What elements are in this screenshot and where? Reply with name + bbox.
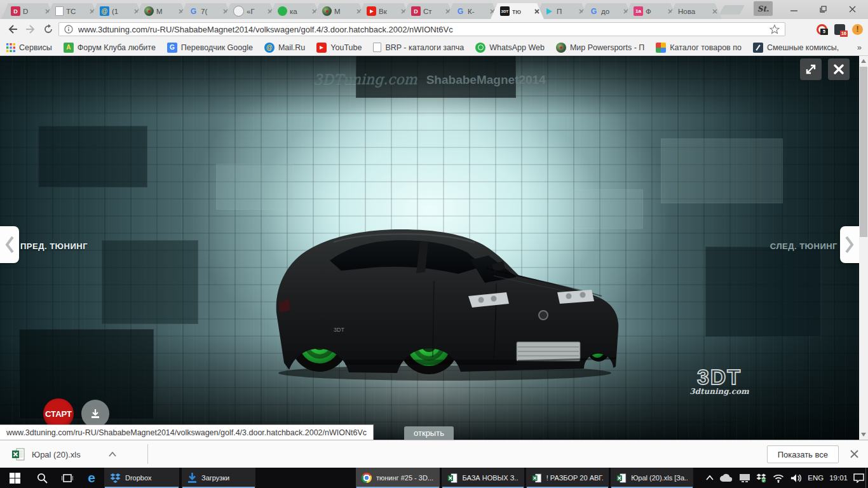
bookmark-catalog[interactable]: Каталог товаров по — [656, 43, 742, 53]
excel-file-icon — [11, 447, 25, 461]
bookmark-whatsapp[interactable]: WhatsApp Web — [475, 43, 545, 53]
show-desktop-button[interactable] — [865, 468, 868, 488]
show-all-downloads-button[interactable]: Показать все — [767, 445, 839, 463]
bookmark-services[interactable]: Сервисы — [6, 43, 52, 52]
task-view-button[interactable] — [55, 468, 80, 488]
reload-button[interactable] — [41, 22, 56, 37]
prev-tuning-label[interactable]: ПРЕД. ТЮНИНГ — [20, 241, 88, 251]
tab-9[interactable]: Вк — [357, 3, 410, 19]
bookmark-comics[interactable]: Смешные комиксы, — [753, 43, 839, 53]
new-tab-button[interactable] — [719, 5, 745, 15]
bookmarks-overflow-chevron[interactable]: » — [857, 43, 862, 52]
bookmark-powersports[interactable]: Мир Powersports - П — [556, 43, 644, 53]
taskbar-excel-window-2[interactable]: ! РАЗБОР 20 АВГ... — [526, 468, 609, 488]
display-icon[interactable] — [739, 473, 750, 482]
next-tuning-label[interactable]: СЛЕД. ТЮНИНГ — [770, 241, 837, 251]
tab-7[interactable]: ка — [268, 3, 322, 19]
tab-2[interactable]: ТС — [46, 3, 99, 19]
taskbar-downloads-button[interactable]: Загрузки — [182, 468, 255, 488]
scroll-up-arrow[interactable] — [861, 59, 866, 63]
bookmark-label: Смешные комиксы, — [767, 43, 839, 52]
edge-button[interactable]: e — [80, 468, 103, 488]
mailru-icon: @ — [264, 43, 275, 53]
bookmark-label: BRP - каталоги запча — [385, 43, 464, 52]
scroll-down-arrow[interactable] — [861, 433, 866, 437]
tab-label: 7( — [201, 8, 220, 15]
back-button[interactable] — [5, 22, 20, 37]
tab-close-icon[interactable] — [712, 8, 718, 15]
window-minimize-button[interactable] — [779, 0, 808, 18]
taskbar-excel-window-1[interactable]: БАЗА НОВЫХ З... — [442, 468, 524, 488]
adblock-extension-icon[interactable]: 16 — [834, 24, 845, 35]
clock[interactable]: 19:01 — [829, 474, 848, 482]
extension-badge: 16 — [840, 30, 848, 37]
green-app-favicon — [278, 6, 287, 16]
close-viewer-button[interactable] — [828, 58, 850, 80]
bookmark-youtube[interactable]: YouTube — [316, 43, 362, 53]
tab-label: Ф — [646, 8, 665, 15]
tab-10[interactable]: D Ст — [402, 3, 455, 19]
taskbar-window-label: тюнинг #25 - 3D... — [376, 474, 433, 482]
scrollbar-thumb[interactable] — [860, 67, 867, 237]
dropbox-icon — [110, 473, 121, 483]
window-maximize-button[interactable] — [808, 0, 837, 18]
tab-14[interactable]: G до — [580, 3, 633, 19]
language-indicator[interactable]: ENG — [808, 474, 824, 482]
bookmark-forum[interactable]: A Форум Клуба любите — [64, 43, 156, 53]
tab-5[interactable]: G 7( — [179, 3, 233, 19]
taskbar-excel-window-3[interactable]: Юpal (20).xls [За... — [611, 468, 693, 488]
hidden-icons-chevron[interactable] — [706, 475, 714, 480]
tab-11[interactable]: G К- — [446, 3, 499, 19]
tab-3[interactable]: @ (1 — [90, 3, 144, 19]
tab-8[interactable]: М — [313, 3, 366, 19]
tab-6[interactable]: «Г — [224, 3, 277, 19]
volume-icon[interactable] — [790, 473, 802, 483]
globe-favicon — [144, 6, 154, 16]
page-favicon — [55, 6, 64, 16]
file-menu-chevron-up-icon[interactable] — [109, 452, 116, 457]
taskbar-window-label: Юpal (20).xls [За... — [631, 474, 688, 482]
wifi-icon[interactable] — [772, 473, 785, 483]
next-tuning-button[interactable] — [840, 226, 859, 263]
tab-4[interactable]: М — [135, 3, 188, 19]
tab-label: «Г — [247, 8, 264, 15]
bookmark-mailru[interactable]: @ Mail.Ru — [264, 43, 305, 53]
opera-extension-icon[interactable]: 5 — [817, 24, 827, 35]
downloads-bar-close-icon[interactable] — [849, 449, 859, 459]
address-bar[interactable]: www.3dtuning.com/ru-RU/ShababeMagnet2014… — [58, 22, 785, 36]
edge-icon: e — [88, 470, 95, 485]
page-info-icon[interactable] — [64, 25, 73, 34]
3dt-favicon: 3DT — [500, 6, 510, 16]
window-close-button[interactable] — [837, 0, 867, 18]
downloads-bar: Юpal (20).xls Показать все — [0, 440, 868, 468]
open-button[interactable]: открыть — [404, 426, 454, 440]
tab-16-new[interactable]: Нова — [668, 3, 722, 19]
fullscreen-button[interactable] — [800, 58, 822, 80]
downloaded-file-item[interactable]: Юpal (20).xls — [11, 445, 116, 464]
forward-button[interactable] — [23, 22, 38, 37]
excel-icon — [447, 473, 458, 484]
taskbar-dropbox-button[interactable]: Dropbox — [104, 468, 179, 488]
tab-13[interactable]: П — [535, 3, 588, 19]
taskbar-search-button[interactable] — [29, 468, 55, 488]
prev-tuning-button[interactable] — [0, 226, 19, 263]
downloaded-file-name: Юpal (20).xls — [32, 450, 81, 459]
svg-text:3dtuning.com: 3dtuning.com — [689, 387, 749, 396]
globe-icon — [556, 43, 566, 53]
onedrive-cloud-icon[interactable] — [719, 473, 733, 482]
start-button[interactable] — [0, 468, 29, 488]
tab-1[interactable]: D D — [1, 3, 55, 19]
chrome-menu-update-icon[interactable]: ! — [852, 24, 863, 35]
tab-15[interactable]: 1а Ф — [624, 3, 677, 19]
page-scrollbar[interactable] — [859, 56, 868, 440]
download-image-button[interactable] — [81, 400, 109, 428]
dropbox-sync-icon[interactable] — [756, 473, 766, 483]
bookmark-brp[interactable]: BRP - каталоги запча — [373, 43, 464, 52]
action-center-icon[interactable] — [853, 473, 864, 483]
taskbar-chrome-window[interactable]: тюнинг #25 - 3D... — [356, 468, 440, 488]
bookmark-star-icon[interactable] — [770, 24, 780, 34]
url-text[interactable]: www.3dtuning.com/ru-RU/ShababeMagnet2014… — [78, 25, 764, 34]
tab-close-icon[interactable] — [534, 8, 540, 15]
bookmark-translate[interactable]: G Переводчик Google — [167, 43, 253, 53]
tab-active-3dtuning[interactable]: 3DT тю — [491, 3, 544, 19]
